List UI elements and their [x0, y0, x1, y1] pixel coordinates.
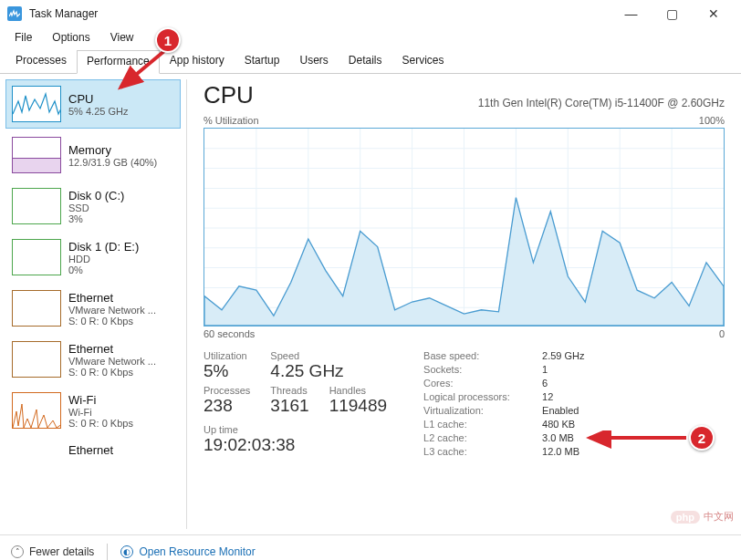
lp-label: Logical processors: [423, 391, 542, 402]
tab-details[interactable]: Details [339, 49, 392, 73]
app-icon [7, 6, 22, 21]
sidebar-item-wifi[interactable]: Wi-Fi Wi-Fi S: 0 R: 0 Kbps [5, 386, 181, 435]
l1-label: L1 cache: [423, 419, 542, 430]
watermark: php 中文网 [671, 510, 734, 524]
sidebar-item-eth3[interactable]: Ethernet [5, 437, 181, 463]
tab-users[interactable]: Users [289, 49, 338, 73]
uptime-label: Up time [204, 424, 387, 435]
tab-startup[interactable]: Startup [235, 49, 290, 73]
l3-value: 12.0 MB [542, 446, 584, 457]
threads-value: 3161 [270, 396, 308, 416]
tab-processes[interactable]: Processes [5, 49, 77, 73]
virt-value: Enabled [542, 405, 584, 416]
tab-performance[interactable]: Performance [77, 50, 160, 74]
sockets-label: Sockets: [423, 364, 542, 375]
wifi-thumb-icon [12, 392, 61, 429]
main-title: CPU [204, 81, 254, 109]
chart-bottom-left-label: 60 seconds [204, 328, 255, 339]
fewer-details-button[interactable]: ˄ Fewer details [11, 545, 94, 558]
sidebar-item-eth1[interactable]: Ethernet VMware Network ... S: 0 R: 0 Kb… [5, 284, 181, 333]
sidebar-wifi-title: Wi-Fi [68, 393, 133, 407]
cpu-thumb-icon [12, 86, 61, 122]
base-speed-value: 2.59 GHz [542, 350, 584, 361]
processes-label: Processes [204, 385, 250, 396]
speed-value: 4.25 GHz [270, 361, 387, 381]
sidebar-disk0-sub1: SSD [68, 202, 124, 213]
sidebar-disk1-sub2: 0% [68, 264, 139, 275]
sidebar-disk1-sub1: HDD [68, 254, 139, 264]
utilization-value: 5% [204, 361, 250, 381]
sidebar-eth2-sub1: VMware Network ... [68, 356, 156, 367]
open-resource-monitor-link[interactable]: ◐ Open Resource Monitor [120, 545, 255, 558]
sidebar-eth1-sub2: S: 0 R: 0 Kbps [68, 316, 156, 327]
stats-area: Utilization5% Speed4.25 GHz Processes238… [204, 350, 725, 457]
eth2-thumb-icon [12, 341, 61, 378]
sidebar-memory-sub: 12.9/31.9 GB (40%) [68, 157, 157, 168]
threads-label: Threads [270, 385, 308, 396]
chart-top-right-label: 100% [699, 115, 725, 126]
cores-value: 6 [542, 378, 584, 389]
tabbar: Processes Performance App history Startu… [0, 49, 741, 74]
sidebar-disk1-title: Disk 1 (D: E:) [68, 240, 139, 254]
menu-view[interactable]: View [101, 29, 143, 46]
sidebar-item-disk0[interactable]: Disk 0 (C:) SSD 3% [5, 181, 181, 231]
watermark-brand: php [671, 511, 700, 524]
bottombar: ˄ Fewer details ◐ Open Resource Monitor [0, 534, 741, 560]
l2-value: 3.0 MB [542, 432, 584, 443]
sidebar-wifi-sub2: S: 0 R: 0 Kbps [68, 418, 133, 429]
open-resource-monitor-label: Open Resource Monitor [139, 545, 255, 558]
memory-thumb-icon [12, 137, 61, 173]
sidebar-item-disk1[interactable]: Disk 1 (D: E:) HDD 0% [5, 233, 181, 282]
lp-value: 12 [542, 391, 584, 402]
processes-value: 238 [204, 396, 250, 416]
annotation-badge-2: 2 [689, 425, 715, 451]
annotation-badge-1: 1 [155, 27, 181, 53]
resource-monitor-icon: ◐ [120, 545, 133, 558]
close-button[interactable]: ✕ [693, 0, 734, 27]
sidebar-item-eth2[interactable]: Ethernet VMware Network ... S: 0 R: 0 Kb… [5, 335, 181, 384]
separator [107, 544, 108, 560]
sidebar-disk0-sub2: 3% [68, 213, 124, 224]
stats-right: Base speed:2.59 GHz Sockets:1 Cores:6 Lo… [423, 350, 584, 457]
sidebar-memory-title: Memory [68, 143, 157, 157]
virt-label: Virtualization: [423, 405, 542, 416]
tab-services[interactable]: Services [392, 49, 454, 73]
base-speed-label: Base speed: [423, 350, 542, 361]
fewer-details-label: Fewer details [29, 545, 94, 558]
tab-app-history[interactable]: App history [160, 49, 235, 73]
sidebar-eth1-sub1: VMware Network ... [68, 305, 156, 316]
chart-bottom-right-label: 0 [719, 328, 725, 339]
sidebar-item-cpu[interactable]: CPU 5% 4.25 GHz [5, 79, 181, 129]
eth1-thumb-icon [12, 290, 61, 327]
chevron-up-icon: ˄ [11, 545, 24, 558]
cpu-name: 11th Gen Intel(R) Core(TM) i5-11400F @ 2… [478, 97, 725, 109]
maximize-button[interactable]: ▢ [652, 0, 693, 27]
sidebar: CPU 5% 4.25 GHz Memory 12.9/31.9 GB (40%… [0, 74, 186, 534]
disk1-thumb-icon [12, 239, 61, 275]
uptime-value: 19:02:03:38 [204, 435, 387, 455]
speed-label: Speed [270, 350, 387, 361]
minimize-button[interactable]: — [611, 0, 652, 27]
menu-options[interactable]: Options [43, 29, 99, 46]
menubar: File Options View [0, 27, 741, 47]
sidebar-item-memory[interactable]: Memory 12.9/31.9 GB (40%) [5, 130, 181, 180]
l2-label: L2 cache: [423, 432, 542, 443]
handles-value: 119489 [329, 396, 387, 416]
menu-file[interactable]: File [5, 29, 41, 46]
sidebar-cpu-sub: 5% 4.25 GHz [68, 106, 128, 117]
sidebar-eth1-title: Ethernet [68, 291, 156, 305]
sidebar-cpu-title: CPU [68, 92, 128, 106]
sockets-value: 1 [542, 364, 584, 375]
content: CPU 5% 4.25 GHz Memory 12.9/31.9 GB (40%… [0, 74, 741, 534]
sidebar-eth2-sub2: S: 0 R: 0 Kbps [68, 367, 156, 378]
sidebar-eth3-title: Ethernet [68, 443, 113, 457]
window-title: Task Manager [29, 7, 611, 20]
cpu-chart[interactable] [204, 128, 725, 327]
handles-label: Handles [329, 385, 387, 396]
stats-left: Utilization5% Speed4.25 GHz Processes238… [204, 350, 387, 457]
sidebar-wifi-sub1: Wi-Fi [68, 407, 133, 418]
watermark-text: 中文网 [704, 510, 734, 524]
sidebar-disk0-title: Disk 0 (C:) [68, 189, 124, 202]
sidebar-eth2-title: Ethernet [68, 342, 156, 356]
l1-value: 480 KB [542, 419, 584, 430]
